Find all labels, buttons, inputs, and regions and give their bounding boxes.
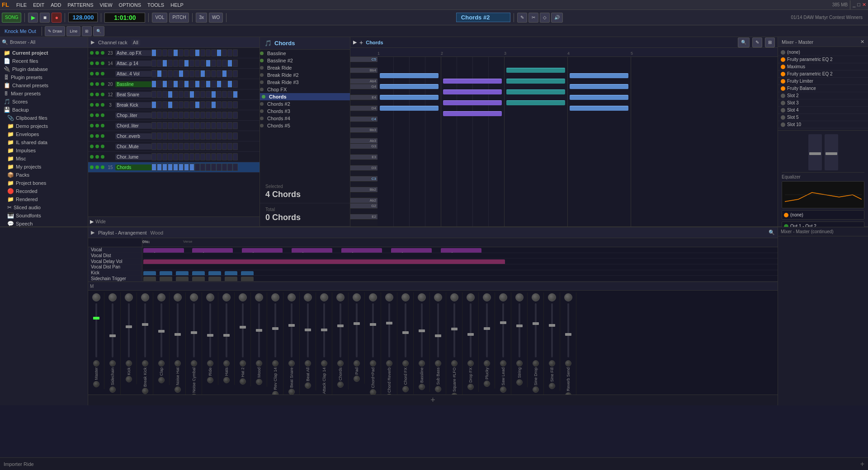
step-pads-4-12[interactable] [217, 91, 222, 98]
ch-led3-3[interactable] [101, 82, 104, 86]
play-btn[interactable]: ▶ [28, 13, 38, 23]
fader-knob-15[interactable] [336, 293, 344, 301]
step-pads-10-11[interactable] [211, 153, 216, 160]
step-pads-2-8[interactable] [195, 70, 200, 77]
tree-speech[interactable]: 💬 Speech [0, 220, 88, 226]
step-pads-2-3[interactable] [168, 70, 173, 77]
ch-led-0[interactable] [90, 51, 94, 55]
menu-add[interactable]: ADD [48, 1, 64, 9]
step-pads-8-0[interactable] [151, 132, 156, 140]
clip-sidechain-3[interactable]: Si [176, 277, 189, 281]
fader-track-22[interactable] [453, 303, 455, 357]
fader-knob-21[interactable] [434, 293, 442, 301]
send-knob-13[interactable] [305, 382, 311, 389]
fader-track-13[interactable] [307, 303, 309, 357]
send-knob-19[interactable] [402, 386, 409, 392]
step-pads-0-15[interactable] [233, 49, 238, 56]
step-pads-2-14[interactable] [227, 70, 232, 77]
step-pads-9-8[interactable] [195, 143, 200, 150]
step-pads-7-7[interactable] [189, 122, 194, 129]
tree-recent-files[interactable]: 📄 Recent files [0, 57, 88, 65]
chord-ch-chords5[interactable]: Chords #5 [260, 122, 350, 129]
step-pads-10-12[interactable] [217, 153, 222, 160]
tree-ilshared[interactable]: 📁 IL shared data [0, 138, 88, 146]
bpm-display[interactable]: 128.000 [68, 13, 98, 22]
pan-knob-1[interactable] [109, 360, 116, 367]
pan-knob-17[interactable] [370, 360, 376, 367]
zoom-btn[interactable]: 🔍 [93, 26, 104, 36]
send-knob-3[interactable] [142, 388, 148, 394]
step-pads-6-0[interactable] [151, 112, 156, 119]
pan-knob-16[interactable] [354, 360, 360, 367]
step-pads-1-14[interactable] [227, 60, 232, 67]
fader-knob-18[interactable] [385, 293, 393, 301]
pan-knob-3[interactable] [142, 360, 148, 367]
step-pads-6-4[interactable] [173, 112, 178, 119]
step-pads-7-2[interactable] [162, 122, 167, 129]
step-pads-11-12[interactable] [217, 164, 222, 171]
step-pads-9-10[interactable] [206, 143, 211, 150]
step-pads-7-3[interactable] [168, 122, 173, 129]
step-pads-0-3[interactable] [168, 49, 173, 56]
ch-name-6[interactable]: Chop..liter [115, 113, 151, 118]
step-pads-5-14[interactable] [227, 101, 232, 108]
send-knob-12[interactable] [288, 389, 295, 395]
clip-delay-1[interactable] [143, 259, 505, 264]
step-pads-7-15[interactable] [233, 122, 238, 129]
tree-current-project[interactable]: 📁 Current project [0, 49, 88, 57]
tree-clipboard[interactable]: 📎 Clipboard files [0, 114, 88, 122]
pan-knob-22[interactable] [451, 360, 458, 367]
send-knob-2[interactable] [126, 376, 132, 382]
pan-knob-5[interactable] [175, 360, 181, 367]
step-pads-11-2[interactable] [162, 164, 167, 171]
step-pads-6-3[interactable] [168, 112, 173, 119]
pan-knob-20[interactable] [419, 360, 425, 367]
track-clips-vocaldelay[interactable] [142, 258, 778, 264]
clip-vocal-7[interactable]: Vocal [441, 248, 481, 253]
mixer-fx-slot3[interactable]: Slot 3 [778, 99, 868, 107]
menu-tools[interactable]: TOOLS [145, 1, 167, 9]
fader-track-5[interactable] [177, 303, 179, 357]
step-pads-3-5[interactable] [179, 80, 184, 88]
track-clips-sidechain[interactable]: Si Si Si Si Si Si Si [142, 276, 778, 281]
ch-led2-4[interactable] [95, 93, 99, 96]
window-controls[interactable]: _ □ ✕ [853, 2, 866, 8]
ch-led-4[interactable] [90, 93, 94, 96]
step-pads-10-10[interactable] [206, 153, 211, 160]
snap-btn[interactable]: ⊞ [82, 26, 92, 36]
pr-tools[interactable]: ✎ [752, 38, 762, 47]
step-pads-2-13[interactable] [222, 70, 227, 77]
send-knob-16[interactable] [354, 376, 360, 382]
step-pads-0-2[interactable] [162, 49, 167, 56]
step-pads-7-0[interactable] [151, 122, 156, 129]
ch-name-3[interactable]: Bassline [115, 81, 151, 87]
fader-track-19[interactable] [405, 303, 406, 357]
step-pads-10-15[interactable] [233, 153, 238, 160]
fader-track-28[interactable] [551, 303, 553, 357]
record-options[interactable]: 3x [196, 13, 207, 23]
step-pads-9-15[interactable] [233, 143, 238, 150]
fader-track-24[interactable] [486, 303, 488, 357]
ch-name-10[interactable]: Chor..lume [115, 154, 151, 160]
step-pads-1-6[interactable] [184, 60, 189, 67]
tree-demo[interactable]: 📁 Demo projects [0, 122, 88, 130]
send-knob-1[interactable] [109, 386, 116, 393]
ch-name-8[interactable]: Chor..everb [115, 133, 151, 139]
chord-ch-chords2[interactable]: Chords #2 [260, 100, 350, 108]
send-knob-27[interactable] [533, 386, 539, 393]
step-pads-5-15[interactable] [233, 101, 238, 108]
ch-led2-9[interactable] [95, 145, 99, 148]
send-knob-25[interactable] [500, 386, 506, 393]
step-pads-5-1[interactable] [157, 101, 162, 108]
step-pads-11-13[interactable] [222, 164, 227, 171]
fader-track-29[interactable] [567, 303, 569, 357]
step-pads-9-14[interactable] [227, 143, 232, 150]
ch-led-7[interactable] [90, 124, 94, 127]
clip-vocal-2[interactable]: Vocal [192, 248, 233, 253]
mixer-fx-slot10[interactable]: Slot 10 [778, 121, 868, 128]
ch-led2-7[interactable] [95, 124, 99, 127]
step-pads-3-15[interactable] [233, 80, 238, 88]
fader-track-2[interactable] [128, 303, 130, 357]
fader-knob-5[interactable] [174, 293, 182, 301]
step-pads-6-5[interactable] [179, 112, 184, 119]
